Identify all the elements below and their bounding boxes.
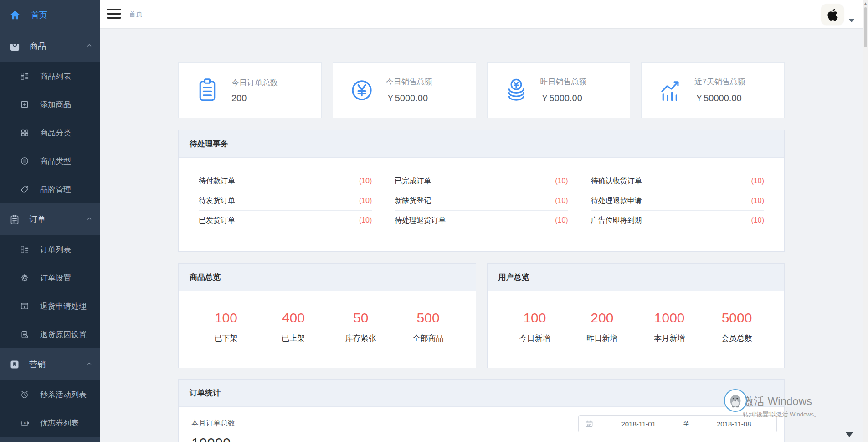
todo-item-pending-payment[interactable]: 待付款订单(10): [199, 172, 372, 191]
todo-panel: 待处理事务 待付款订单(10) 已完成订单(10) 待确认收货订单(10) 待发…: [178, 130, 785, 252]
sidebar-item-label: 品牌管理: [40, 184, 71, 195]
stat-label: 已上架: [273, 333, 314, 343]
todo-count: (10): [751, 216, 764, 224]
home-icon: [9, 9, 21, 21]
vertical-scrollbar[interactable]: ▲: [863, 0, 868, 442]
stat-low-stock[interactable]: 50库存紧张: [340, 310, 381, 343]
sidebar-item-label: 退货原因设置: [40, 329, 87, 340]
sidebar-item-label: 商品列表: [40, 71, 71, 82]
sidebar-item-coupon-list[interactable]: ¥ 优惠券列表: [0, 409, 100, 437]
return-request-icon: [20, 302, 29, 311]
sidebar-section-marketing[interactable]: 营销: [0, 348, 100, 380]
stat-label: 本月新增: [649, 333, 690, 343]
trend-chart-icon: [657, 77, 683, 104]
todo-count: (10): [359, 197, 372, 205]
stat-label: 库存紧张: [340, 333, 381, 343]
todo-item-pending-shipment[interactable]: 待发货订单(10): [199, 191, 372, 211]
stat-card-label: 昨日销售总额: [540, 77, 587, 87]
stat-new-today[interactable]: 100今日新增: [514, 310, 555, 343]
sidebar-section-label: 营销: [29, 359, 86, 370]
sidebar-section-label: 订单: [29, 214, 86, 225]
topbar: 首页: [100, 0, 863, 29]
todo-label: 广告位即将到期: [591, 216, 642, 225]
stat-value: 200: [581, 310, 622, 326]
avatar-dropdown-caret-icon[interactable]: [849, 19, 854, 22]
sidebar-submenu-products: 商品列表 添加商品 商品分类 商品类型: [0, 62, 100, 203]
coin-stack-icon: [503, 77, 529, 104]
todo-item-out-of-stock[interactable]: 新缺货登记(10): [395, 191, 568, 211]
product-overview-title: 商品总览: [179, 264, 476, 291]
chevron-up-icon: [86, 215, 92, 224]
stat-value: 500: [408, 310, 449, 326]
metric-label: 本月订单总数: [191, 419, 280, 428]
sidebar-item-home[interactable]: 首页: [0, 0, 100, 30]
stat-value: 400: [273, 310, 314, 326]
date-range-separator: 至: [681, 420, 692, 428]
stat-total-members[interactable]: 5000会员总数: [716, 310, 757, 343]
stat-label: 昨日新增: [581, 333, 622, 343]
todo-item-refund-request[interactable]: 待处理退款申请(10): [591, 191, 764, 211]
category-grid-icon: [20, 128, 29, 137]
order-settings-icon: [20, 273, 29, 282]
todo-item-shipped-orders[interactable]: 已发货订单(10): [199, 211, 372, 230]
stat-value: 1000: [649, 310, 690, 326]
sidebar-section-orders[interactable]: 订单: [0, 203, 100, 235]
sidebar-item-order-settings[interactable]: 订单设置: [0, 264, 100, 292]
sidebar-item-return-request[interactable]: 退货申请处理: [0, 292, 100, 320]
scrollbar-thumb[interactable]: [864, 7, 867, 47]
product-overview-stats: 100已下架 400已上架 50库存紧张 500全部商品: [179, 310, 476, 343]
sidebar-section-products[interactable]: 商品: [0, 30, 100, 62]
stat-new-month[interactable]: 1000本月新增: [649, 310, 690, 343]
sidebar-item-return-reason[interactable]: 退货原因设置: [0, 320, 100, 348]
todo-item-ad-expiring[interactable]: 广告位即将到期(10): [591, 211, 764, 230]
hamburger-menu-icon[interactable]: [107, 9, 121, 20]
windows-activation-watermark-line1: 激活 Windows: [743, 394, 812, 409]
overview-row: 商品总览 100已下架 400已上架 50库存紧张 500全部商品 用户总览 1…: [178, 263, 785, 368]
qq-penguin-icon[interactable]: [724, 389, 747, 412]
stat-card-label: 今日销售总额: [386, 77, 432, 87]
sidebar-item-product-type[interactable]: 商品类型: [0, 147, 100, 175]
sidebar-item-add-product[interactable]: 添加商品: [0, 90, 100, 119]
avatar[interactable]: [821, 4, 844, 25]
todo-item-completed-orders[interactable]: 已完成订单(10): [395, 172, 568, 191]
sidebar-item-label: 商品分类: [40, 128, 71, 138]
todo-count: (10): [359, 216, 372, 224]
sidebar-item-product-list[interactable]: 商品列表: [0, 62, 100, 90]
stat-new-yesterday[interactable]: 200昨日新增: [581, 310, 622, 343]
stat-off-shelf[interactable]: 100已下架: [205, 310, 247, 343]
windows-activation-watermark-line2: 转到“设置”以激活 Windows。: [743, 411, 820, 419]
scroll-down-caret-icon[interactable]: [846, 432, 853, 437]
sidebar-item-product-category[interactable]: 商品分类: [0, 119, 100, 147]
date-start-input[interactable]: 2018-11-01: [596, 420, 681, 428]
sidebar-submenu-orders: 订单列表 订单设置 退货申请处理 退货原因设置: [0, 235, 100, 348]
product-list-icon: [20, 72, 29, 81]
sidebar-item-order-list[interactable]: 订单列表: [0, 235, 100, 264]
todo-item-confirm-receipt[interactable]: 待确认收货订单(10): [591, 172, 764, 191]
sidebar-item-label: 优惠券列表: [40, 418, 79, 428]
stat-card-value: 200: [231, 93, 278, 104]
stat-label: 已下架: [205, 333, 247, 343]
sidebar-item-flash-sale-list[interactable]: 秒杀活动列表: [0, 380, 100, 409]
stat-on-shelf[interactable]: 400已上架: [273, 310, 314, 343]
marketing-bookmark-icon: [9, 359, 20, 370]
stat-card-yesterday-sales: 昨日销售总额 ￥5000.00: [487, 62, 631, 118]
todo-count: (10): [751, 197, 764, 205]
date-end-input[interactable]: 2018-11-08: [692, 420, 777, 428]
sidebar-item-label: 订单列表: [40, 244, 71, 255]
breadcrumb[interactable]: 首页: [129, 10, 143, 19]
yen-circle-icon: [349, 77, 375, 104]
todo-label: 待确认收货订单: [591, 177, 642, 186]
sidebar-item-label: 商品类型: [40, 156, 71, 166]
sidebar-home-label: 首页: [31, 10, 47, 21]
stat-card-label: 今日订单总数: [231, 78, 278, 88]
todo-item-return-orders[interactable]: 待处理退货订单(10): [395, 211, 568, 230]
stat-value: 100: [205, 310, 247, 326]
chevron-up-icon: [86, 42, 92, 50]
shopping-bag-icon: [9, 41, 21, 52]
metric-value: 10000: [191, 436, 280, 442]
sidebar-item-brand-management[interactable]: 品牌管理: [0, 175, 100, 203]
sidebar-section-label: 商品: [30, 41, 86, 52]
scrollbar-up-arrow-icon[interactable]: ▲: [863, 1, 868, 5]
sidebar-item-label: 退货申请处理: [40, 301, 87, 312]
stat-all-products[interactable]: 500全部商品: [408, 310, 449, 343]
